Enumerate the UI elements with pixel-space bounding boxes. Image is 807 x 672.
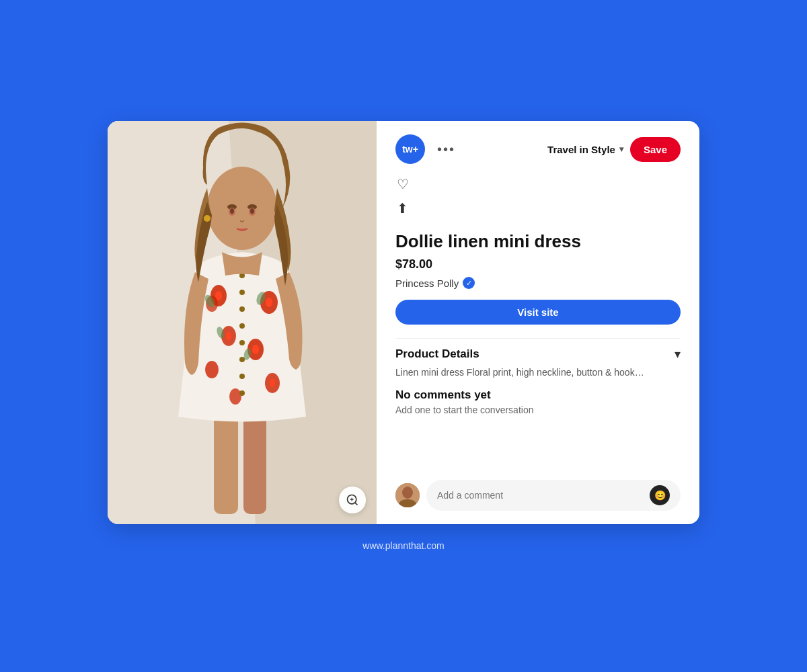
- divider: [395, 338, 681, 339]
- action-icons-row: ♡ ⬆: [395, 175, 681, 218]
- top-row: tw+ ••• Travel in Style ▾ Save: [395, 134, 681, 164]
- svg-point-22: [239, 290, 245, 295]
- product-card: tw+ ••• Travel in Style ▾ Save ♡ ⬆ Dolli…: [108, 121, 699, 524]
- seller-name: Princess Polly: [395, 278, 459, 289]
- svg-point-16: [229, 388, 241, 405]
- no-comments-subtitle: Add one to start the conversation: [395, 405, 681, 415]
- svg-point-15: [270, 379, 275, 387]
- product-details-text: Linen mini dress Floral print, high neck…: [395, 367, 681, 378]
- product-image: [108, 121, 377, 524]
- lens-search-button[interactable]: [339, 487, 366, 513]
- svg-point-35: [250, 208, 254, 214]
- svg-line-38: [355, 503, 358, 505]
- share-button[interactable]: ⬆: [395, 199, 410, 218]
- emoji-button[interactable]: 😊: [650, 485, 670, 505]
- svg-point-10: [226, 332, 231, 340]
- commenter-avatar: [395, 483, 420, 507]
- svg-point-40: [402, 487, 413, 499]
- svg-point-27: [239, 374, 245, 379]
- comment-input-wrap: 😊: [426, 480, 681, 511]
- chevron-down-icon: ▾: [619, 144, 623, 154]
- svg-point-26: [239, 357, 245, 362]
- like-button[interactable]: ♡: [395, 175, 410, 194]
- svg-rect-2: [214, 410, 238, 514]
- svg-point-12: [252, 345, 259, 354]
- image-panel: [108, 121, 377, 524]
- comments-section: No comments yet Add one to start the con…: [395, 388, 681, 472]
- product-details-label: Product Details: [395, 347, 479, 361]
- product-title: Dollie linen mini dress: [395, 231, 681, 252]
- svg-point-28: [239, 390, 245, 396]
- svg-point-36: [204, 215, 210, 222]
- footer-url: www.plannthat.com: [362, 540, 444, 551]
- verified-icon: ✓: [463, 277, 475, 289]
- svg-point-25: [239, 340, 245, 345]
- chevron-down-icon: ▾: [675, 347, 681, 362]
- svg-point-23: [239, 306, 245, 312]
- user-avatar: tw+: [395, 134, 425, 164]
- product-price: $78.00: [395, 257, 681, 271]
- no-comments-title: No comments yet: [395, 388, 681, 402]
- board-selector-button[interactable]: Travel in Style ▾: [547, 144, 623, 155]
- svg-point-24: [239, 323, 245, 329]
- svg-point-8: [266, 298, 272, 307]
- comment-input-row: 😊: [395, 472, 681, 511]
- product-details-header[interactable]: Product Details ▾: [395, 347, 681, 362]
- visit-site-button[interactable]: Visit site: [395, 300, 681, 325]
- svg-rect-3: [243, 413, 266, 514]
- svg-point-29: [207, 167, 277, 250]
- board-name: Travel in Style: [547, 144, 615, 155]
- save-button[interactable]: Save: [630, 137, 681, 162]
- detail-panel: tw+ ••• Travel in Style ▾ Save ♡ ⬆ Dolli…: [377, 121, 699, 524]
- svg-point-34: [230, 208, 234, 214]
- svg-point-13: [205, 361, 219, 378]
- more-options-button[interactable]: •••: [432, 139, 461, 160]
- seller-row: Princess Polly ✓: [395, 277, 681, 289]
- comment-input[interactable]: [437, 490, 650, 501]
